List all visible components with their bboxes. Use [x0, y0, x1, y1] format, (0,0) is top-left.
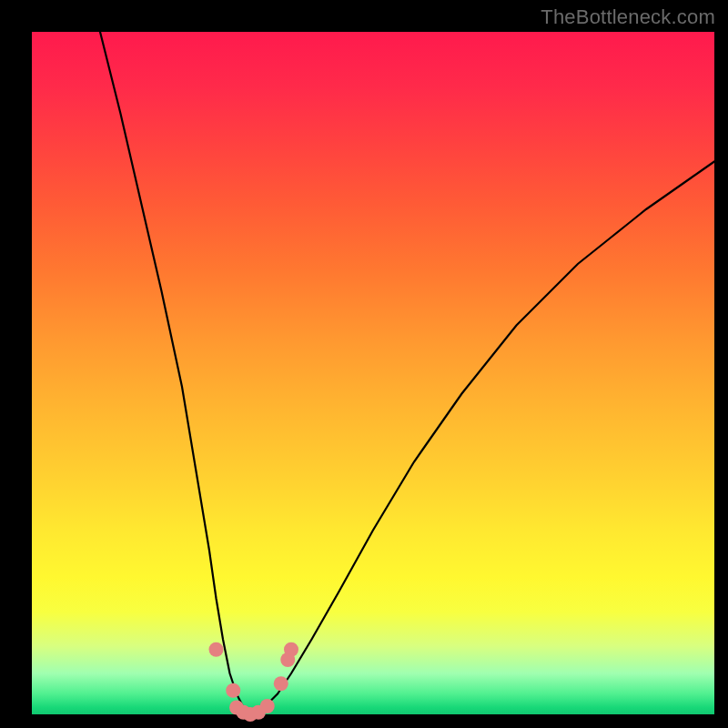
marker-points [209, 642, 299, 722]
chart-frame: TheBottleneck.com [0, 0, 728, 728]
watermark-text: TheBottleneck.com [541, 5, 715, 29]
marker-dot [274, 676, 288, 691]
marker-dot [226, 683, 240, 698]
marker-dot [260, 699, 275, 713]
marker-dot [284, 642, 298, 657]
marker-dot [209, 642, 224, 657]
right-branch-path [250, 162, 714, 715]
curve-layer [32, 32, 714, 714]
left-branch-path [100, 32, 250, 714]
bottleneck-curve [100, 32, 714, 714]
plot-area [32, 32, 714, 714]
